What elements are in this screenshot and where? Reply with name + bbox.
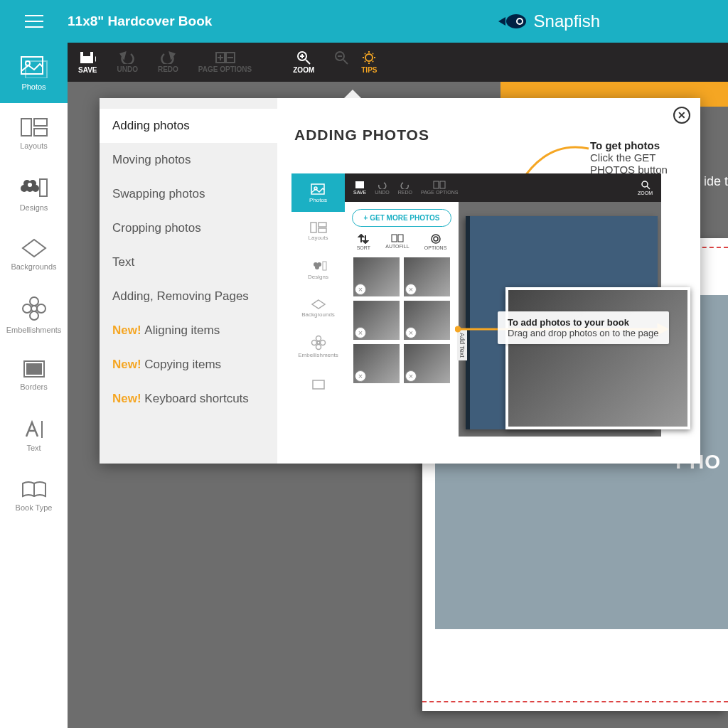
demo-layouts-icon: Layouts xyxy=(291,212,345,250)
svg-point-25 xyxy=(31,306,37,311)
svg-point-22 xyxy=(37,304,46,313)
tips-hint-bottom: To add photos to your book Drag and drop… xyxy=(498,311,669,344)
svg-rect-12 xyxy=(34,129,47,136)
tips-nav-text[interactable]: Text xyxy=(100,245,277,279)
hint-text: ide th xyxy=(704,174,728,189)
photo-thumbnail xyxy=(353,344,400,383)
svg-point-68 xyxy=(320,340,325,345)
autofill-icon: AUTOFILL xyxy=(385,234,409,250)
sidebar-item-designs[interactable]: Designs xyxy=(0,164,68,224)
svg-line-54 xyxy=(365,61,365,62)
svg-point-70 xyxy=(311,340,316,345)
sidebar-item-embellishments[interactable]: Embellishments xyxy=(0,284,68,345)
demo-zoom: ZOOM xyxy=(638,180,653,196)
brand-logo: Snapfish xyxy=(498,11,600,31)
svg-line-41 xyxy=(306,60,310,64)
photo-thumbnail xyxy=(353,301,400,340)
svg-rect-7 xyxy=(21,57,43,74)
svg-point-64 xyxy=(315,265,319,269)
tips-popup: ✕ Adding photos Moving photos Swapping p… xyxy=(100,98,700,464)
svg-rect-83 xyxy=(398,235,403,242)
tips-demo: Photos Layouts Designs Backgrounds Embel… xyxy=(291,173,661,437)
tips-nav-moving-photos[interactable]: Moving photos xyxy=(100,143,277,177)
svg-point-69 xyxy=(316,344,321,349)
get-more-photos-button: + GET MORE PHOTOS xyxy=(352,209,451,227)
zoom-out-button[interactable] xyxy=(334,50,348,74)
svg-point-6 xyxy=(518,19,522,23)
svg-rect-65 xyxy=(323,262,326,270)
photo-thumbnail xyxy=(353,257,400,296)
svg-rect-61 xyxy=(318,228,326,232)
svg-rect-72 xyxy=(313,380,324,389)
save-button[interactable]: SAVE xyxy=(78,50,97,74)
photo-thumbnail xyxy=(404,301,450,340)
svg-point-71 xyxy=(317,341,320,344)
svg-marker-79 xyxy=(359,235,363,237)
svg-marker-32 xyxy=(95,56,96,62)
svg-point-17 xyxy=(32,185,39,192)
svg-rect-59 xyxy=(311,223,316,232)
svg-point-47 xyxy=(365,54,373,61)
sort-icon: SORT xyxy=(357,234,370,250)
trim-line xyxy=(422,701,728,702)
svg-rect-73 xyxy=(355,181,364,188)
svg-line-53 xyxy=(373,61,373,62)
svg-rect-75 xyxy=(440,181,445,188)
svg-marker-66 xyxy=(312,300,325,309)
tips-button[interactable]: TIPS xyxy=(361,50,377,74)
photo-thumbnail xyxy=(404,344,450,383)
svg-rect-31 xyxy=(83,52,90,56)
sidebar-item-borders[interactable]: Borders xyxy=(0,345,68,405)
demo-save: SAVE xyxy=(353,181,366,195)
sidebar-item-booktype[interactable]: Book Type xyxy=(0,466,68,526)
zoom-in-button[interactable]: ZOOM xyxy=(293,50,314,74)
sidebar-item-photos[interactable]: Photos xyxy=(0,43,68,103)
demo-redo: REDO xyxy=(398,181,412,195)
svg-rect-19 xyxy=(40,179,47,196)
svg-rect-10 xyxy=(21,119,31,136)
svg-point-84 xyxy=(434,237,438,241)
photo-thumbnail xyxy=(404,257,450,296)
left-sidebar: Photos Layouts Designs Backgrounds Embel… xyxy=(0,43,68,728)
menu-button[interactable] xyxy=(0,14,68,28)
svg-point-23 xyxy=(30,311,38,320)
tips-nav-aligning[interactable]: New! Aligning items xyxy=(100,314,277,348)
demo-embellishments-icon: Embellishments xyxy=(291,327,345,365)
svg-point-18 xyxy=(28,183,32,187)
tips-nav-shortcuts[interactable]: New! Keyboard shortcuts xyxy=(100,382,277,416)
demo-designs-icon: Designs xyxy=(291,250,345,289)
svg-rect-27 xyxy=(27,364,41,374)
sidebar-item-backgrounds[interactable]: Backgrounds xyxy=(0,224,68,284)
svg-point-76 xyxy=(642,181,648,187)
svg-point-21 xyxy=(30,297,38,306)
svg-point-16 xyxy=(21,185,28,192)
demo-backgrounds-icon: Backgrounds xyxy=(291,289,345,327)
tips-nav-pages[interactable]: Adding, Removing Pages xyxy=(100,279,277,314)
svg-line-55 xyxy=(373,53,373,54)
svg-marker-20 xyxy=(23,240,46,257)
svg-point-85 xyxy=(432,235,440,243)
tips-nav-copying[interactable]: New! Copying items xyxy=(100,348,277,382)
svg-rect-11 xyxy=(34,119,47,126)
tips-nav-swapping-photos[interactable]: Swapping photos xyxy=(100,177,277,211)
page-title: 11x8" Hardcover Book xyxy=(68,14,212,29)
sidebar-item-text[interactable]: Text xyxy=(0,405,68,466)
svg-marker-81 xyxy=(363,241,368,243)
undo-button[interactable]: UNDO xyxy=(117,51,138,73)
svg-point-24 xyxy=(23,304,31,313)
sidebar-item-layouts[interactable]: Layouts xyxy=(0,103,68,164)
page-options-button[interactable]: PAGE OPTIONS xyxy=(198,51,252,73)
tips-nav-cropping-photos[interactable]: Cropping photos xyxy=(100,211,277,245)
tips-nav: Adding photos Moving photos Swapping pho… xyxy=(100,98,277,464)
tips-nav-adding-photos[interactable]: Adding photos xyxy=(100,109,277,143)
demo-undo: UNDO xyxy=(375,181,390,195)
svg-line-52 xyxy=(365,53,365,54)
options-icon: OPTIONS xyxy=(424,234,447,250)
tips-content: ADDING PHOTOS To get photos Click the GE… xyxy=(277,98,700,464)
demo-page-options: PAGE OPTIONS xyxy=(421,181,458,195)
redo-button[interactable]: REDO xyxy=(158,51,178,73)
svg-point-87 xyxy=(456,327,460,331)
svg-rect-74 xyxy=(434,181,439,188)
popup-arrow xyxy=(344,90,361,98)
svg-rect-60 xyxy=(318,223,326,227)
